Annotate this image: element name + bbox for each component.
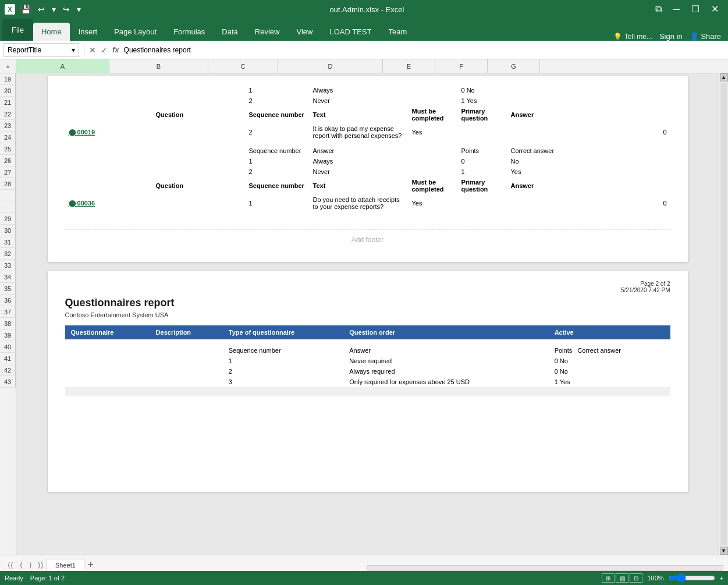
cell-26-f: 1 <box>458 166 507 177</box>
redo-icon[interactable]: ↪ <box>61 3 72 15</box>
cell-21-c: Sequence number <box>246 106 310 123</box>
name-box-dropdown[interactable]: ▾ <box>72 46 75 54</box>
col-header-g[interactable]: G <box>488 59 540 73</box>
cell-28-d: Do you need to attach receipts to your e… <box>310 194 409 212</box>
sheet-nav-next[interactable]: ⟩ <box>26 559 35 571</box>
tab-home[interactable]: Home <box>33 23 70 41</box>
table-row <box>65 438 670 449</box>
cell-28-a: ⬤ 00036 <box>65 194 152 212</box>
cell-24-g: Correct answer <box>507 146 670 156</box>
vertical-scrollbar[interactable]: ▲ ▼ <box>719 73 728 555</box>
row-num-35: 35 <box>0 283 16 295</box>
col-header-f[interactable]: F <box>435 59 488 73</box>
row-num-28: 28 <box>0 178 16 190</box>
title-bar-left: X 💾 ↩ ▾ ↪ ▾ <box>5 3 83 15</box>
sheet-nav-first[interactable]: ⟨⟨ <box>5 559 16 571</box>
report-title: Questionnaires report <box>65 297 670 309</box>
add-sheet-button[interactable]: + <box>84 558 97 571</box>
table-row: Sequence number Answer Points Correct an… <box>65 146 670 156</box>
normal-view-btn[interactable]: ⊞ <box>602 573 615 583</box>
table-row <box>65 141 670 146</box>
table-row <box>65 396 670 407</box>
row-num-37: 37 <box>0 306 16 318</box>
table-row: 2 Never 1 Yes <box>65 166 670 177</box>
share-label: Share <box>701 32 721 41</box>
cell-22-c: 2 <box>246 123 310 141</box>
table-row: 1 Always 0 No <box>65 156 670 166</box>
scroll-up-btn[interactable]: ▲ <box>720 73 728 81</box>
col-header-b[interactable]: B <box>109 59 208 73</box>
row-numbers: 19 20 21 22 23 24 25 26 27 28 29 30 31 3… <box>0 73 16 555</box>
cell-27-g: Answer <box>507 177 670 194</box>
col-header-a[interactable]: A <box>16 59 109 73</box>
cell-27-b: Question <box>152 177 246 194</box>
col-header-d[interactable]: D <box>278 59 383 73</box>
cell-20-d: Never <box>310 95 409 106</box>
maximize-button[interactable]: ☐ <box>687 0 704 19</box>
status-bar-right: ⊞ ▤ ⊡ 100% + <box>602 573 723 583</box>
cancel-formula-icon[interactable]: ✕ <box>89 45 96 55</box>
sheet-tabs-left: ⟨⟨ ⟨ ⟩ ⟩⟩ Sheet1 + <box>5 558 362 571</box>
tab-review[interactable]: Review <box>247 23 288 41</box>
tab-view[interactable]: View <box>288 23 321 41</box>
tell-me-label[interactable]: Tell me... <box>624 33 652 41</box>
tell-me[interactable]: 💡 Tell me... <box>613 33 652 41</box>
cell-31-c: 1 <box>223 356 344 366</box>
cell-22-d: It is okay to pad my expense report with… <box>310 123 409 141</box>
col-header-e[interactable]: E <box>383 59 435 73</box>
horizontal-scrollbar[interactable] <box>367 565 724 571</box>
tab-insert[interactable]: Insert <box>70 23 106 41</box>
toolbar-dropdown-icon[interactable]: ▾ <box>74 3 83 15</box>
sheet-nav-prev[interactable]: ⟨ <box>16 559 26 571</box>
name-box[interactable]: ReportTitle ▾ <box>3 43 79 57</box>
restore-button[interactable]: ⧉ <box>651 0 666 19</box>
row-num-21: 21 <box>0 97 16 108</box>
table-row <box>65 407 670 417</box>
tab-load-test[interactable]: LOAD TEST <box>321 23 379 41</box>
zoom-slider[interactable] <box>669 573 715 583</box>
tab-page-layout[interactable]: Page Layout <box>106 23 165 41</box>
header-description: Description <box>150 325 223 339</box>
column-headers: A B C D E F G <box>16 59 719 73</box>
row-num-19: 19 <box>0 73 16 85</box>
enter-formula-icon[interactable]: ✓ <box>101 45 108 55</box>
share-button[interactable]: 👤 Share <box>690 32 721 41</box>
cell-25-g: No <box>507 156 670 166</box>
undo-icon[interactable]: ↩ <box>35 3 47 15</box>
table-row: Sequence number Answer Points Correct an… <box>65 345 670 356</box>
zoom-in-icon[interactable]: + <box>720 575 723 582</box>
sheet-nav-last[interactable]: ⟩⟩ <box>35 559 47 571</box>
status-bar-left: Ready Page: 1 of 2 <box>5 575 65 582</box>
sign-in-button[interactable]: Sign in <box>659 32 683 41</box>
tab-team[interactable]: Team <box>380 23 415 41</box>
scroll-thumb[interactable] <box>720 83 727 545</box>
status-page-info: Page: 1 of 2 <box>30 575 65 582</box>
sheet-area: 19 20 21 22 23 24 25 26 27 28 29 30 31 3… <box>0 73 728 555</box>
save-icon[interactable]: 💾 <box>19 3 33 15</box>
share-icon: 👤 <box>690 32 699 41</box>
formula-input[interactable] <box>122 43 725 57</box>
tab-data[interactable]: Data <box>214 23 246 41</box>
page-layout-view-btn[interactable]: ▤ <box>616 573 628 583</box>
cell-25-c: 1 <box>246 156 310 166</box>
page-break-view-btn[interactable]: ⊡ <box>630 573 642 583</box>
cell-30-c: Sequence number <box>223 345 344 356</box>
tab-formulas[interactable]: Formulas <box>165 23 213 41</box>
function-icon[interactable]: fx <box>112 45 119 54</box>
table-row: 2 Always required 0 No <box>65 366 670 377</box>
undo-dropdown-icon[interactable]: ▾ <box>49 3 58 15</box>
page2-info: Page 2 of 2 5/21/2020 7:42 PM <box>65 281 670 293</box>
corner-cell: ▲ <box>0 59 16 73</box>
row-num-41: 41 <box>0 353 16 364</box>
cell-32-d: Always required <box>343 366 548 377</box>
scroll-down-btn[interactable]: ▼ <box>720 547 728 555</box>
col-header-c[interactable]: C <box>208 59 278 73</box>
page2-table: Questionnaire Description Type of questi… <box>65 325 670 480</box>
close-button[interactable]: ✕ <box>706 0 723 19</box>
scroll-corner <box>719 59 728 73</box>
sheet-tab-sheet1[interactable]: Sheet1 <box>47 559 84 571</box>
pages-container[interactable]: 1 Always 0 No 2 Never 1 Yes <box>16 73 719 555</box>
row-num-36: 36 <box>0 295 16 306</box>
tab-file[interactable]: File <box>2 19 33 41</box>
minimize-button[interactable]: ─ <box>669 0 684 19</box>
